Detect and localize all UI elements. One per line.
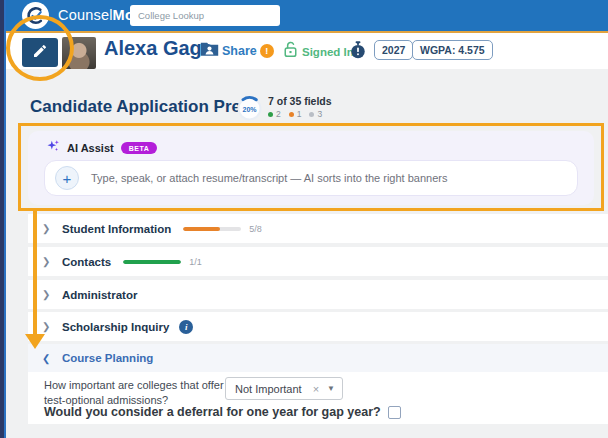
chevron-right-icon: ❯ [42,321,54,332]
counselmore-app-window: CounselMore Alexa Gage Share ! [0,0,608,438]
chevron-right-icon: ❯ [42,223,54,234]
top-nav-bar: CounselMore [6,0,608,31]
test-optional-question: How important are colleges that offer te… [44,378,226,407]
share-button[interactable]: Share ! [200,41,274,61]
pencil-icon [32,43,48,63]
info-icon[interactable]: i [179,320,193,334]
timer-icon[interactable] [350,41,366,63]
college-lookup-input[interactable] [130,5,280,26]
wgpa-chip[interactable]: WGPA: 4.575 [412,40,493,60]
clear-icon[interactable]: × [313,383,319,395]
section-course-planning[interactable]: ❮ Course Planning [28,344,608,372]
signed-in-status: Signed In [283,41,354,62]
ai-assist-placeholder: Type, speak, or attach resume/transcript… [91,172,447,184]
chevron-right-icon: ❯ [42,256,54,267]
chevron-expanded-icon: ❮ [42,353,54,364]
open-lock-icon [283,41,298,62]
share-folder-icon [200,41,219,61]
ai-assist-card: AI Assist BETA + Type, speak, or attach … [28,131,594,205]
class-year-chip[interactable]: 2027 [374,40,413,60]
gap-year-row: Would you consider a deferral for one ye… [44,405,401,419]
green-dot-icon [268,112,273,117]
ai-assist-input[interactable]: + Type, speak, or attach resume/transcri… [44,160,578,196]
student-avatar[interactable] [62,37,96,69]
fields-summary: 7 of 35 fields [268,95,332,107]
legend-complete: 2 [268,109,281,119]
progress-percent-text: 20% [242,106,257,113]
legend-partial: 1 [289,109,302,119]
legend-empty: 3 [309,109,322,119]
section-student-information[interactable]: ❯ Student Information 5/8 [28,214,608,243]
orange-dot-icon [289,112,294,117]
gray-dot-icon [309,112,314,117]
gap-year-checkbox[interactable] [388,406,401,419]
course-planning-panel: How important are colleges that offer te… [28,372,608,424]
chevron-right-icon: ❯ [42,289,54,300]
section-administrator[interactable]: ❯ Administrator [28,280,608,309]
fields-progress: 7 of 35 fields 2 1 3 [268,95,332,119]
progress-ring: 20% [236,95,263,126]
contacts-progress-bar [123,260,181,264]
fields-legend: 2 1 3 [268,109,332,119]
ai-assist-header: AI Assist BETA [46,139,157,157]
sparkles-icon [46,139,60,157]
beta-badge: BETA [121,142,158,154]
edit-student-button[interactable] [22,38,58,67]
chevron-down-icon[interactable]: ▼ [327,384,335,393]
ai-assist-title: AI Assist [67,142,114,154]
section-scholarship-inquiry[interactable]: ❯ Scholarship Inquiry i [28,312,608,341]
gap-year-question: Would you consider a deferral for one ye… [44,405,381,419]
share-alert-badge: ! [260,44,274,58]
student-info-count: 5/8 [249,224,262,234]
signed-in-label: Signed In [302,46,354,58]
test-optional-select-value: Not Important [235,383,313,395]
counselmore-logo-icon[interactable] [22,2,49,29]
page-title: Candidate Application Prep [30,97,251,117]
contacts-count: 1/1 [189,257,202,267]
section-contacts[interactable]: ❯ Contacts 1/1 [28,247,608,276]
test-optional-select[interactable]: Not Important × ▼ [225,377,343,400]
student-info-progress-bar [183,227,241,231]
student-name: Alexa Gage [104,37,213,60]
student-header-row: Alexa Gage Share ! Signed In [6,31,608,69]
attach-plus-icon[interactable]: + [55,166,79,190]
share-label: Share [222,44,257,58]
